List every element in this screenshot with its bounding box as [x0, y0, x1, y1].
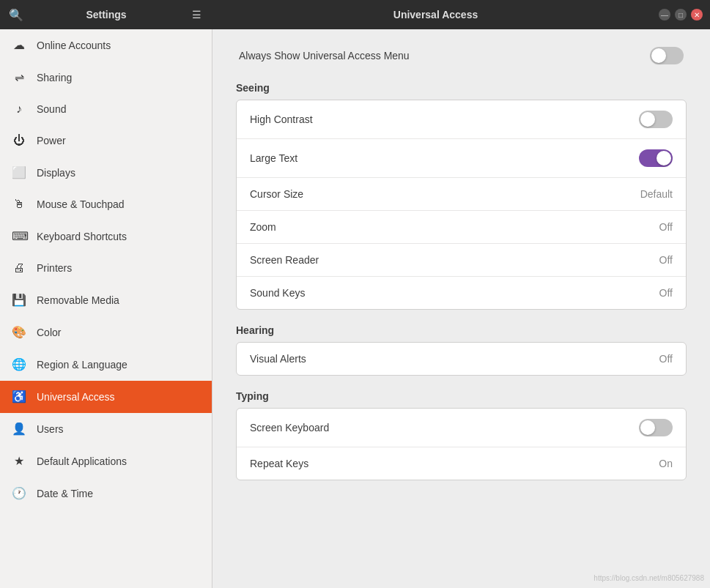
date-time-label: Date & Time: [37, 488, 93, 499]
high-contrast-toggle[interactable]: [639, 111, 673, 128]
online-accounts-icon: ☁: [12, 38, 26, 52]
removable-media-icon: 💾: [12, 293, 26, 307]
hamburger-button[interactable]: ☰: [186, 4, 207, 25]
printers-icon: 🖨: [12, 261, 26, 275]
settings-card-hearing: Visual AlertsOff: [236, 342, 687, 376]
repeat-keys-value: On: [659, 458, 673, 469]
settings-row-visual-alerts: Visual AlertsOff: [237, 343, 686, 375]
always-show-toggle[interactable]: [650, 47, 684, 64]
sidebar-item-online-accounts[interactable]: ☁Online Accounts: [0, 29, 212, 62]
keyboard-shortcuts-label: Keyboard Shortcuts: [37, 231, 127, 242]
zoom-value: Off: [659, 221, 673, 233]
sidebar-item-default-applications[interactable]: ★Default Applications: [0, 445, 212, 477]
region-language-label: Region & Language: [37, 359, 127, 371]
default-applications-icon: ★: [12, 454, 26, 468]
sidebar-item-keyboard-shortcuts[interactable]: ⌨Keyboard Shortcuts: [0, 220, 212, 253]
screen-keyboard-toggle[interactable]: [639, 419, 673, 436]
sound-keys-value: Off: [659, 287, 673, 299]
section-header-seeing: Seeing: [236, 82, 687, 94]
sidebar-item-power[interactable]: ⏻Power: [0, 125, 212, 157]
sidebar-item-sound[interactable]: ♪Sound: [0, 94, 212, 125]
settings-row-cursor-size: Cursor SizeDefault: [237, 178, 686, 211]
region-language-icon: 🌐: [12, 357, 26, 371]
sidebar-item-region-language[interactable]: 🌐Region & Language: [0, 349, 212, 381]
repeat-keys-label: Repeat Keys: [250, 458, 308, 469]
always-show-label: Always Show Universal Access Menu: [239, 50, 410, 62]
titlebar-left: 🔍 Settings ☰: [0, 4, 212, 25]
sidebar-item-mouse-touchpad[interactable]: 🖱Mouse & Touchpad: [0, 189, 212, 220]
sidebar-item-sharing[interactable]: ⇌Sharing: [0, 62, 212, 94]
zoom-label: Zoom: [250, 221, 276, 233]
large-text-toggle-knob: [657, 151, 671, 165]
watermark: https://blog.csdn.net/m805627988: [593, 574, 704, 582]
screen-keyboard-toggle-knob: [640, 420, 655, 435]
large-text-label: Large Text: [250, 152, 297, 164]
app-title: Settings: [32, 9, 180, 21]
settings-row-large-text[interactable]: Large Text: [237, 139, 686, 178]
power-icon: ⏻: [12, 134, 26, 147]
sharing-icon: ⇌: [12, 70, 26, 84]
sidebar-item-users[interactable]: 👤Users: [0, 413, 212, 445]
main-panel: Always Show Universal Access Menu Seeing…: [212, 29, 710, 588]
cursor-size-label: Cursor Size: [250, 188, 303, 200]
sidebar-item-date-time[interactable]: 🕐Date & Time: [0, 477, 212, 510]
minimize-button[interactable]: —: [659, 9, 670, 21]
online-accounts-label: Online Accounts: [37, 40, 111, 51]
settings-card-typing: Screen KeyboardRepeat KeysOn: [236, 408, 687, 480]
sidebar-item-universal-access[interactable]: ♿Universal Access: [0, 381, 212, 413]
settings-card-seeing: High ContrastLarge TextCursor SizeDefaul…: [236, 100, 687, 310]
date-time-icon: 🕐: [12, 486, 26, 500]
mouse-touchpad-label: Mouse & Touchpad: [37, 198, 125, 210]
titlebar-controls: — □ ✕: [659, 9, 710, 21]
power-label: Power: [37, 135, 66, 146]
always-show-row: Always Show Universal Access Menu: [236, 47, 687, 64]
keyboard-shortcuts-icon: ⌨: [12, 229, 26, 243]
cursor-size-value: Default: [640, 188, 673, 200]
search-button[interactable]: 🔍: [6, 4, 26, 25]
settings-row-sound-keys: Sound KeysOff: [237, 277, 686, 309]
mouse-touchpad-icon: 🖱: [12, 198, 26, 211]
users-icon: 👤: [12, 422, 26, 436]
sidebar-item-printers[interactable]: 🖨Printers: [0, 253, 212, 284]
high-contrast-toggle-knob: [640, 112, 655, 127]
screen-keyboard-label: Screen Keyboard: [250, 422, 329, 433]
hamburger-icon: ☰: [192, 9, 201, 21]
sidebar-item-removable-media[interactable]: 💾Removable Media: [0, 284, 212, 316]
section-header-typing: Typing: [236, 390, 687, 402]
settings-row-high-contrast[interactable]: High Contrast: [237, 100, 686, 139]
settings-row-zoom: ZoomOff: [237, 211, 686, 244]
visual-alerts-value: Off: [659, 353, 673, 365]
printers-label: Printers: [37, 262, 72, 274]
default-applications-label: Default Applications: [37, 455, 127, 467]
sharing-label: Sharing: [37, 72, 72, 83]
universal-access-label: Universal Access: [37, 391, 115, 403]
sound-label: Sound: [37, 103, 66, 115]
app-body: ☁Online Accounts⇌Sharing♪Sound⏻Power⬜Dis…: [0, 29, 710, 588]
color-label: Color: [37, 327, 61, 338]
screen-reader-value: Off: [659, 254, 673, 266]
color-icon: 🎨: [12, 325, 26, 339]
always-show-toggle-knob: [651, 48, 666, 63]
large-text-toggle[interactable]: [639, 149, 673, 167]
sound-keys-label: Sound Keys: [250, 287, 306, 299]
settings-row-screen-reader: Screen ReaderOff: [237, 244, 686, 277]
users-label: Users: [37, 423, 64, 435]
removable-media-label: Removable Media: [37, 294, 119, 306]
settings-row-repeat-keys: Repeat KeysOn: [237, 447, 686, 480]
screen-reader-label: Screen Reader: [250, 254, 319, 266]
main-title: Universal Access: [393, 9, 478, 21]
universal-access-icon: ♿: [12, 390, 26, 403]
sound-icon: ♪: [12, 103, 26, 116]
maximize-button[interactable]: □: [675, 9, 687, 21]
close-button[interactable]: ✕: [691, 9, 703, 21]
displays-icon: ⬜: [12, 165, 26, 179]
high-contrast-label: High Contrast: [250, 113, 313, 125]
visual-alerts-label: Visual Alerts: [250, 353, 306, 365]
titlebar-center: Universal Access: [212, 9, 659, 21]
settings-row-screen-keyboard[interactable]: Screen Keyboard: [237, 409, 686, 447]
sidebar-item-color[interactable]: 🎨Color: [0, 316, 212, 349]
section-header-hearing: Hearing: [236, 324, 687, 336]
titlebar: 🔍 Settings ☰ Universal Access — □ ✕: [0, 0, 710, 29]
search-icon: 🔍: [9, 8, 23, 22]
sidebar-item-displays[interactable]: ⬜Displays: [0, 157, 212, 189]
